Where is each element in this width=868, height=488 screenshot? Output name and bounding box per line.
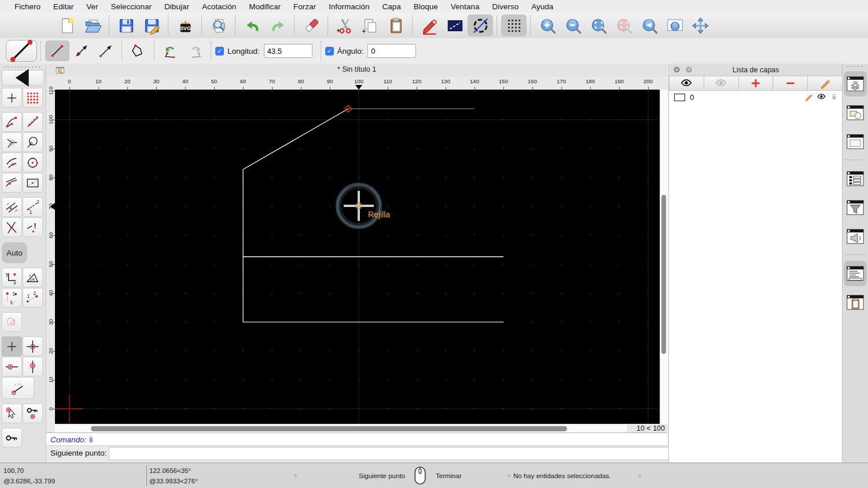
tool-line-button[interactable]	[45, 40, 69, 61]
snap-endpoints-button[interactable]	[2, 112, 22, 132]
dock-drag-handle[interactable]	[846, 65, 865, 68]
entity-list-widget-button[interactable]	[844, 166, 867, 191]
menu-forzar[interactable]: Forzar	[287, 2, 322, 11]
attributes-pen-button[interactable]	[417, 14, 442, 36]
new-document-button[interactable]	[54, 14, 80, 36]
block-list-widget-button[interactable]	[844, 100, 867, 125]
snap-grid-button[interactable]	[23, 88, 43, 108]
svg-export-button[interactable]: SVG	[172, 14, 198, 36]
hide-all-layers-button[interactable]	[704, 76, 739, 91]
command-input[interactable]	[109, 447, 700, 460]
horizontal-scrollbar-thumb[interactable]	[91, 426, 567, 431]
vertical-scrollbar-thumb[interactable]	[661, 195, 666, 354]
tool-polyline-button[interactable]	[126, 40, 150, 61]
menu-informacion[interactable]: Información	[322, 2, 376, 11]
coord-cartesian-button[interactable]: yx	[2, 268, 22, 287]
segment-redo-button[interactable]	[183, 40, 207, 61]
tool-line-2arrow-button[interactable]	[69, 40, 94, 61]
set-relative-zero-button[interactable]	[23, 337, 43, 356]
lock-relative-h-button[interactable]	[2, 357, 22, 376]
rel-sequential-button[interactable]: 12	[23, 288, 43, 308]
menu-ayuda[interactable]: Ayuda	[525, 2, 560, 11]
zoom-selected-button[interactable]	[611, 14, 637, 36]
zoom-previous-button[interactable]	[637, 14, 662, 36]
rel-corner-button[interactable]: 12	[2, 288, 22, 308]
snap-center-button[interactable]	[23, 153, 43, 172]
save-button[interactable]	[113, 14, 139, 36]
restrict-nothing-button[interactable]: !	[23, 217, 43, 237]
zoom-window-button[interactable]	[662, 14, 687, 36]
zoom-pan-button[interactable]	[687, 14, 713, 36]
grid-toggle-button[interactable]	[501, 14, 527, 36]
menu-editar[interactable]: Editar	[47, 2, 80, 11]
clipboard-widget-button[interactable]	[844, 290, 867, 315]
select-cursor-button[interactable]	[2, 404, 22, 423]
zoom-auto-button[interactable]	[586, 14, 611, 36]
menu-capa[interactable]: Capa	[376, 2, 407, 11]
snap-on-entity-button[interactable]	[23, 112, 43, 132]
snap-parallel-button[interactable]	[2, 197, 22, 217]
print-preview-button[interactable]	[206, 14, 231, 36]
rz-plus-button[interactable]	[2, 337, 22, 356]
angle-input[interactable]	[367, 44, 416, 58]
open-file-button[interactable]	[80, 14, 105, 36]
angle-checkbox[interactable]	[325, 47, 334, 56]
snap-free-button[interactable]	[2, 88, 22, 108]
snap-restrict-button[interactable]	[23, 173, 43, 193]
length-checkbox[interactable]	[215, 47, 224, 56]
line-attributes-button[interactable]	[442, 14, 468, 36]
layer-edit-button[interactable]	[804, 92, 814, 103]
snap-center-arc-button[interactable]	[2, 132, 22, 152]
remove-layer-button[interactable]	[773, 76, 808, 91]
snap-auto-button[interactable]: Auto	[2, 242, 27, 263]
menu-ver[interactable]: Ver	[80, 2, 104, 11]
redo-button[interactable]	[265, 14, 290, 36]
library-browser-widget-button[interactable]	[844, 129, 867, 154]
layer-lock-button[interactable]	[829, 92, 839, 103]
menu-diverso[interactable]: Diverso	[486, 2, 525, 11]
lock-relative-v-button[interactable]	[23, 357, 43, 376]
snap-middle-button[interactable]	[23, 132, 43, 152]
copy-button[interactable]	[358, 14, 383, 36]
menu-acotacion[interactable]: Acotación	[196, 2, 242, 11]
layer-swatch[interactable]	[674, 94, 685, 101]
save-as-button[interactable]	[139, 14, 164, 36]
polyline-closed-button[interactable]	[2, 312, 22, 332]
segment-undo-button[interactable]	[159, 40, 183, 61]
protractor-button[interactable]	[2, 377, 34, 399]
key-plain-button[interactable]	[2, 428, 22, 448]
layer-list-widget-button[interactable]	[844, 71, 867, 97]
edit-layer-button[interactable]	[808, 76, 843, 91]
lock-key-button[interactable]	[23, 404, 43, 423]
menu-bloque[interactable]: Bloque	[407, 2, 444, 11]
snap-distance-button[interactable]	[2, 153, 22, 172]
collapse-palette-button[interactable]	[2, 70, 44, 86]
menu-modificar[interactable]: Modificar	[242, 2, 287, 11]
entity-filter-widget-button[interactable]	[844, 195, 867, 220]
menu-ventana[interactable]: Ventana	[444, 2, 486, 11]
menu-seleccionar[interactable]: Seleccionar	[105, 2, 159, 11]
layer-visibility-button[interactable]	[816, 92, 826, 103]
command-line-widget-button[interactable]	[844, 261, 867, 286]
undo-button[interactable]	[240, 14, 265, 36]
show-all-layers-button[interactable]	[669, 76, 704, 91]
zoom-in-button[interactable]	[535, 14, 560, 36]
length-input[interactable]	[264, 44, 312, 58]
zoom-out-button[interactable]	[560, 14, 586, 36]
notification-widget-button[interactable]	[844, 224, 867, 249]
snap-tangent-button[interactable]	[2, 173, 22, 193]
cut-button[interactable]	[332, 14, 358, 36]
layer-row[interactable]: 0	[669, 91, 843, 104]
menu-fichero[interactable]: Fichero	[8, 2, 47, 11]
paste-button[interactable]	[383, 14, 409, 36]
menu-dibujar[interactable]: Dibujar	[158, 2, 196, 11]
add-layer-button[interactable]	[739, 76, 774, 91]
layers-panel: Lista de capas 0	[668, 64, 843, 463]
snap-intersection-button[interactable]	[2, 217, 22, 237]
drawing-canvas[interactable]: Rejilla	[55, 90, 660, 424]
coord-polar-button[interactable]: ar	[23, 268, 43, 287]
tool-line-arrow-button[interactable]	[94, 40, 118, 61]
erase-button[interactable]	[299, 14, 324, 36]
snap-distance-manual-button[interactable]: 12	[23, 197, 43, 217]
entity-attributes-button[interactable]	[468, 14, 493, 36]
